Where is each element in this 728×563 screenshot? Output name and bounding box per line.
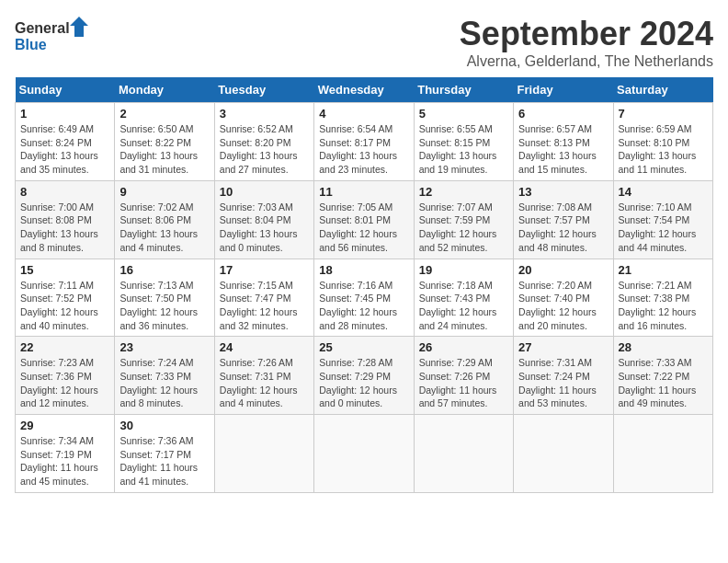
day-number: 6 [518, 107, 608, 121]
cell-sep17: 17 Sunrise: 7:15 AMSunset: 7:47 PMDaylig… [214, 259, 313, 337]
day-number: 7 [619, 107, 708, 121]
day-info: Sunrise: 7:24 AMSunset: 7:33 PMDaylight:… [119, 356, 209, 410]
day-info: Sunrise: 7:33 AMSunset: 7:22 PMDaylight:… [619, 356, 708, 410]
header-sunday: Sunday [16, 77, 115, 103]
cell-sep2: 2 Sunrise: 6:50 AMSunset: 8:22 PMDayligh… [115, 103, 214, 181]
header-tuesday: Tuesday [214, 77, 313, 103]
cell-sep18: 18 Sunrise: 7:16 AMSunset: 7:45 PMDaylig… [314, 259, 414, 337]
weekday-header-row: Sunday Monday Tuesday Wednesday Thursday… [16, 77, 713, 103]
cell-sep30: 30 Sunrise: 7:36 AMSunset: 7:17 PMDaylig… [115, 415, 214, 493]
calendar-table: Sunday Monday Tuesday Wednesday Thursday… [15, 77, 713, 493]
day-info: Sunrise: 7:36 AMSunset: 7:17 PMDaylight:… [119, 434, 209, 488]
svg-text:Blue: Blue [15, 37, 47, 52]
cell-sep24: 24 Sunrise: 7:26 AMSunset: 7:31 PMDaylig… [214, 337, 313, 415]
week-row-2: 8 Sunrise: 7:00 AMSunset: 8:08 PMDayligh… [16, 180, 713, 259]
day-number: 9 [119, 185, 209, 199]
cell-sep29: 29 Sunrise: 7:34 AMSunset: 7:19 PMDaylig… [16, 415, 115, 493]
cell-sep8: 8 Sunrise: 7:00 AMSunset: 8:08 PMDayligh… [16, 180, 115, 259]
day-number: 20 [518, 263, 608, 277]
location-subtitle: Alverna, Gelderland, The Netherlands [460, 53, 713, 70]
cell-sep11: 11 Sunrise: 7:05 AMSunset: 8:01 PMDaylig… [314, 180, 414, 259]
cell-sep15: 15 Sunrise: 7:11 AMSunset: 7:52 PMDaylig… [16, 259, 115, 337]
header-thursday: Thursday [414, 77, 513, 103]
day-info: Sunrise: 7:05 AMSunset: 8:01 PMDaylight:… [319, 201, 408, 255]
day-number: 22 [20, 340, 109, 354]
cell-sep27: 27 Sunrise: 7:31 AMSunset: 7:24 PMDaylig… [514, 337, 613, 415]
day-info: Sunrise: 6:57 AMSunset: 8:13 PMDaylight:… [518, 122, 608, 177]
day-info: Sunrise: 7:31 AMSunset: 7:24 PMDaylight:… [518, 356, 608, 410]
cell-sep6: 6 Sunrise: 6:57 AMSunset: 8:13 PMDayligh… [514, 103, 613, 181]
empty-cell [214, 415, 313, 493]
day-number: 29 [20, 419, 109, 432]
day-number: 15 [20, 263, 109, 277]
cell-sep20: 20 Sunrise: 7:20 AMSunset: 7:40 PMDaylig… [514, 259, 613, 337]
day-info: Sunrise: 6:59 AMSunset: 8:10 PMDaylight:… [619, 122, 708, 177]
day-info: Sunrise: 7:16 AMSunset: 7:45 PMDaylight:… [319, 279, 408, 333]
day-number: 12 [419, 185, 508, 199]
day-info: Sunrise: 7:08 AMSunset: 7:57 PMDaylight:… [518, 201, 608, 255]
cell-sep23: 23 Sunrise: 7:24 AMSunset: 7:33 PMDaylig… [115, 337, 214, 415]
empty-cell [514, 415, 613, 493]
cell-sep26: 26 Sunrise: 7:29 AMSunset: 7:26 PMDaylig… [414, 337, 513, 415]
header-saturday: Saturday [613, 77, 712, 103]
title-block: September 2024 Alverna, Gelderland, The … [460, 15, 713, 70]
cell-sep13: 13 Sunrise: 7:08 AMSunset: 7:57 PMDaylig… [514, 180, 613, 259]
day-number: 26 [419, 340, 508, 354]
cell-sep7: 7 Sunrise: 6:59 AMSunset: 8:10 PMDayligh… [613, 103, 712, 181]
cell-sep9: 9 Sunrise: 7:02 AMSunset: 8:06 PMDayligh… [115, 180, 214, 259]
cell-sep12: 12 Sunrise: 7:07 AMSunset: 7:59 PMDaylig… [414, 180, 513, 259]
cell-sep22: 22 Sunrise: 7:23 AMSunset: 7:36 PMDaylig… [16, 337, 115, 415]
day-info: Sunrise: 7:10 AMSunset: 7:54 PMDaylight:… [619, 201, 708, 255]
day-info: Sunrise: 7:07 AMSunset: 7:59 PMDaylight:… [419, 201, 508, 255]
day-number: 17 [220, 263, 309, 277]
day-info: Sunrise: 6:55 AMSunset: 8:15 PMDaylight:… [419, 122, 508, 177]
day-info: Sunrise: 7:21 AMSunset: 7:38 PMDaylight:… [619, 279, 708, 333]
week-row-4: 22 Sunrise: 7:23 AMSunset: 7:36 PMDaylig… [16, 337, 713, 415]
day-info: Sunrise: 6:54 AMSunset: 8:17 PMDaylight:… [319, 122, 408, 177]
day-number: 23 [119, 340, 209, 354]
empty-cell [414, 415, 513, 493]
empty-cell [314, 415, 414, 493]
day-info: Sunrise: 7:23 AMSunset: 7:36 PMDaylight:… [20, 356, 109, 410]
day-number: 13 [518, 185, 608, 199]
cell-sep3: 3 Sunrise: 6:52 AMSunset: 8:20 PMDayligh… [214, 103, 313, 181]
day-info: Sunrise: 7:20 AMSunset: 7:40 PMDaylight:… [518, 279, 608, 333]
day-number: 11 [319, 185, 408, 199]
day-info: Sunrise: 7:29 AMSunset: 7:26 PMDaylight:… [419, 356, 508, 410]
day-number: 4 [319, 107, 408, 121]
cell-sep5: 5 Sunrise: 6:55 AMSunset: 8:15 PMDayligh… [414, 103, 513, 181]
day-number: 14 [619, 185, 708, 199]
svg-text:General: General [15, 20, 70, 36]
svg-marker-2 [70, 17, 88, 37]
day-number: 5 [419, 107, 508, 121]
cell-sep28: 28 Sunrise: 7:33 AMSunset: 7:22 PMDaylig… [613, 337, 712, 415]
week-row-1: 1 Sunrise: 6:49 AMSunset: 8:24 PMDayligh… [16, 103, 713, 181]
logo: General Blue [15, 15, 88, 55]
day-number: 10 [220, 185, 309, 199]
day-number: 3 [220, 107, 309, 121]
day-number: 27 [518, 340, 608, 354]
day-info: Sunrise: 7:02 AMSunset: 8:06 PMDaylight:… [119, 201, 209, 255]
day-info: Sunrise: 7:13 AMSunset: 7:50 PMDaylight:… [119, 279, 209, 333]
cell-sep4: 4 Sunrise: 6:54 AMSunset: 8:17 PMDayligh… [314, 103, 414, 181]
cell-sep16: 16 Sunrise: 7:13 AMSunset: 7:50 PMDaylig… [115, 259, 214, 337]
month-title: September 2024 [460, 15, 713, 53]
day-info: Sunrise: 7:26 AMSunset: 7:31 PMDaylight:… [220, 356, 309, 410]
day-info: Sunrise: 7:00 AMSunset: 8:08 PMDaylight:… [20, 201, 109, 255]
day-info: Sunrise: 6:52 AMSunset: 8:20 PMDaylight:… [220, 122, 309, 177]
cell-sep25: 25 Sunrise: 7:28 AMSunset: 7:29 PMDaylig… [314, 337, 414, 415]
day-info: Sunrise: 7:18 AMSunset: 7:43 PMDaylight:… [419, 279, 508, 333]
day-info: Sunrise: 7:11 AMSunset: 7:52 PMDaylight:… [20, 279, 109, 333]
header-friday: Friday [514, 77, 613, 103]
day-number: 8 [20, 185, 109, 199]
day-number: 19 [419, 263, 508, 277]
day-number: 24 [220, 340, 309, 354]
day-number: 18 [319, 263, 408, 277]
header-monday: Monday [115, 77, 214, 103]
header-wednesday: Wednesday [314, 77, 414, 103]
cell-sep14: 14 Sunrise: 7:10 AMSunset: 7:54 PMDaylig… [613, 180, 712, 259]
day-info: Sunrise: 7:03 AMSunset: 8:04 PMDaylight:… [220, 201, 309, 255]
day-number: 30 [119, 419, 209, 432]
day-info: Sunrise: 7:34 AMSunset: 7:19 PMDaylight:… [20, 434, 109, 488]
cell-sep10: 10 Sunrise: 7:03 AMSunset: 8:04 PMDaylig… [214, 180, 313, 259]
